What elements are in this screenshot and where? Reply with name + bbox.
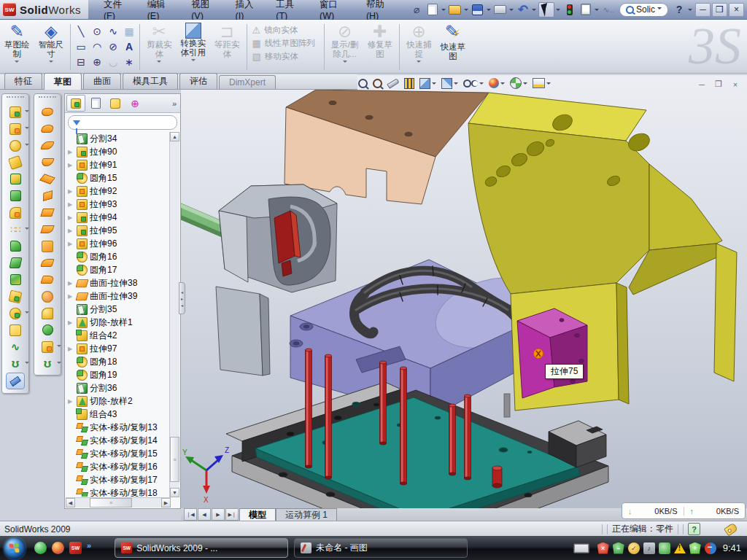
sync-blocked-tray-icon[interactable]: [705, 542, 716, 554]
lofted-boss-icon[interactable]: [7, 171, 24, 187]
messenger-quicklaunch-icon[interactable]: [34, 542, 47, 554]
tree-filter-box[interactable]: [68, 115, 177, 130]
save-icon[interactable]: [471, 3, 485, 17]
arc-tool-icon[interactable]: ◠: [93, 41, 101, 52]
delete-body-icon[interactable]: [7, 322, 24, 338]
taskbar-clock[interactable]: 9:41: [723, 542, 741, 553]
minimize-button[interactable]: ─: [695, 3, 711, 17]
browser-quicklaunch-icon[interactable]: [52, 542, 64, 554]
search-box[interactable]: Solic: [619, 3, 668, 17]
extrude-cut-icon[interactable]: [7, 121, 24, 136]
close-button[interactable]: ×: [729, 3, 744, 17]
scene-icon[interactable]: [510, 77, 527, 89]
search-input[interactable]: Solic: [636, 4, 655, 15]
surface-extend-icon[interactable]: [39, 222, 56, 237]
circle-tool-icon[interactable]: ⊙: [93, 26, 101, 37]
quick-snaps-button[interactable]: ⊕ 快速捕 捉: [402, 21, 436, 73]
reference-geometry-icon[interactable]: [7, 205, 24, 220]
save-dropdown[interactable]: [487, 9, 491, 13]
scroll-thumb[interactable]: ≡: [170, 437, 179, 482]
swept-boss-icon[interactable]: [7, 155, 24, 170]
expand-arrow-icon[interactable]: ▶: [68, 214, 74, 221]
undo-icon[interactable]: ↶: [516, 3, 530, 17]
doc-minimize-button[interactable]: ─: [694, 79, 709, 90]
tree-item[interactable]: ▶圆角18: [66, 355, 170, 368]
status-help-icon[interactable]: ?: [688, 523, 700, 535]
surface-fill-icon[interactable]: [39, 171, 56, 187]
motion-study-tab[interactable]: 运动算例 1: [276, 508, 337, 521]
ruled-surface-icon[interactable]: [39, 339, 56, 354]
tab-surfaces[interactable]: 曲面: [83, 73, 121, 89]
tree-vertical-scrollbar[interactable]: ▲ ≡ ▼: [169, 132, 179, 497]
new-document-icon[interactable]: [425, 3, 440, 17]
tree-item[interactable]: ▶实体-移动/复制18: [66, 486, 170, 497]
zebra-stripes-icon[interactable]: [404, 78, 414, 89]
mirror-entities-button[interactable]: ⚠镜向实体: [252, 25, 319, 36]
next-tab-button[interactable]: ▶: [212, 508, 225, 521]
dimxpertmanager-tab[interactable]: ⊕: [125, 95, 144, 112]
rib-icon[interactable]: [7, 238, 24, 254]
options-dropdown[interactable]: [595, 9, 599, 13]
surface-revolve-icon[interactable]: [39, 121, 56, 136]
tree-item[interactable]: ▶切除-放样2: [66, 394, 170, 408]
expand-arrow-icon[interactable]: ▶: [68, 293, 74, 300]
surface-trim-icon[interactable]: [39, 255, 56, 271]
defender-shield-tray-icon[interactable]: +: [689, 542, 701, 554]
camera-view-icon[interactable]: [533, 78, 551, 88]
part-top-clamp-plate[interactable]: [285, 90, 489, 204]
new-dropdown[interactable]: [441, 9, 446, 13]
tree-item[interactable]: ▶拉伸95: [66, 224, 170, 237]
tree-item[interactable]: ▶拉伸91: [66, 158, 170, 171]
restore-button[interactable]: ❒: [712, 3, 727, 17]
taskbar-item-paint[interactable]: 未命名 - 画图: [294, 538, 468, 558]
tree-item[interactable]: ▶拉伸90: [66, 145, 170, 158]
boundary-boss-icon[interactable]: [7, 188, 24, 203]
voice-icon[interactable]: ∿..: [601, 3, 616, 17]
tree-item[interactable]: ▶分割34: [66, 132, 170, 145]
tab-features[interactable]: 特征: [4, 73, 42, 89]
undo-dropdown[interactable]: [532, 9, 536, 13]
repair-sketch-button[interactable]: ✚ 修复草 图: [363, 21, 398, 73]
surface-loft-icon[interactable]: [39, 138, 56, 153]
appearance-icon[interactable]: [489, 78, 505, 88]
surface-planar-icon[interactable]: [39, 205, 56, 220]
surface-untrim-icon[interactable]: [39, 272, 56, 287]
text-tool-icon[interactable]: A: [125, 41, 133, 52]
tab-dimxpert[interactable]: DimXpert: [219, 75, 276, 89]
tab-sketch[interactable]: 草图: [44, 73, 82, 90]
featuremanager-tree-tab[interactable]: [66, 95, 85, 112]
start-button[interactable]: [4, 537, 26, 559]
tree-item[interactable]: ▶分割36: [66, 381, 170, 394]
draft-icon[interactable]: [7, 255, 24, 271]
convert-entities-button[interactable]: 转换实 体引用: [177, 21, 211, 73]
expand-arrow-icon[interactable]: ▶: [68, 188, 74, 195]
help-dropdown[interactable]: [688, 9, 692, 13]
last-tab-button[interactable]: ▶❘: [225, 508, 239, 521]
volume-tray-icon[interactable]: ♪: [643, 542, 655, 554]
scroll-left-button[interactable]: ◀: [66, 498, 75, 508]
sketch-button[interactable]: ✎ 草图绘 制: [0, 21, 34, 73]
tree-item[interactable]: ▶曲面-拉伸39: [66, 289, 170, 303]
toolbar-drag-handle[interactable]: [7, 96, 24, 102]
tree-item[interactable]: ▶圆角17: [66, 263, 170, 276]
doc-close-button[interactable]: ×: [728, 79, 743, 90]
selection-box-icon[interactable]: ▦: [124, 26, 133, 37]
mid-surface-icon[interactable]: [39, 322, 56, 338]
tree-item[interactable]: ▶实体-移动/复制16: [66, 460, 170, 473]
scroll-down-button[interactable]: ▼: [170, 488, 179, 497]
tree-item[interactable]: ▶圆角19: [66, 368, 170, 381]
freeform-icon[interactable]: ʊ: [39, 356, 56, 371]
tree-item[interactable]: ▶实体-移动/复制13: [66, 421, 170, 434]
tree-horizontal-scrollbar[interactable]: ◀ ≡ ▶: [66, 497, 171, 508]
ellipse-tool-icon[interactable]: ⊘: [109, 41, 117, 52]
select-tool-icon[interactable]: [538, 2, 554, 18]
rebuild-icon[interactable]: [562, 3, 577, 17]
tree-item[interactable]: ▶实体-移动/复制14: [66, 434, 170, 447]
surface-offset-icon[interactable]: [39, 188, 56, 203]
tree-item[interactable]: ▶拉伸97: [66, 342, 170, 355]
security-shield-tray-icon[interactable]: ⌁: [613, 542, 624, 554]
expand-arrow-icon[interactable]: ▶: [68, 201, 74, 208]
help-icon[interactable]: ?: [672, 3, 686, 17]
print-dropdown[interactable]: [509, 9, 514, 13]
section-view-icon[interactable]: [387, 81, 399, 86]
